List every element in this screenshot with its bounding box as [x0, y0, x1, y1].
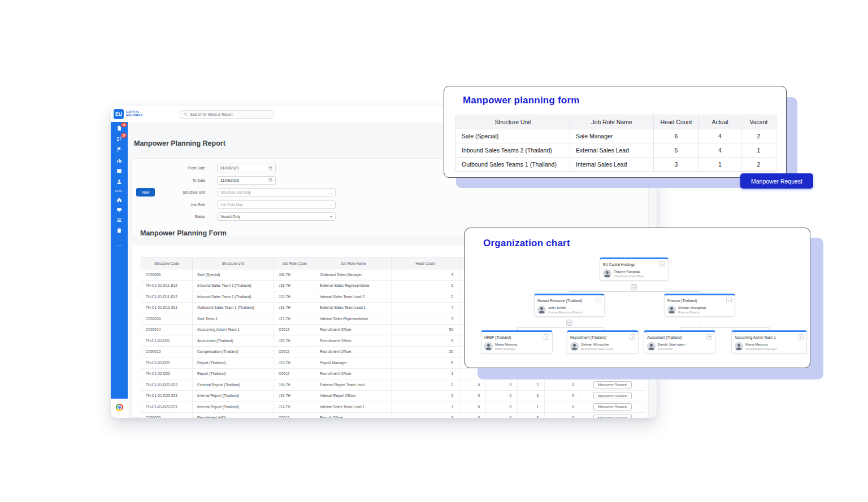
caret-down-icon: ▾ [330, 215, 332, 219]
sidebar-item-presentation[interactable] [111, 205, 128, 215]
sidebar-item-home[interactable] [111, 195, 128, 205]
sidebar-more-button[interactable]: ... [116, 235, 122, 252]
avatar [570, 342, 579, 351]
org-node-unit: Human Resource (Thailand) [537, 299, 582, 303]
sidebar-section-label: All M... [115, 187, 123, 195]
cell-job-role-code: J16-TH [274, 379, 315, 391]
cell-job-role-name: External Sales Representative [315, 280, 392, 291]
card-column-header: Head Count [654, 115, 699, 129]
cell-head-count: 2 [392, 291, 459, 303]
org-node-acc[interactable]: Accountant (Thailand)Bandit Jitjai-ngamA… [644, 330, 715, 353]
sidebar-item-people-arrows[interactable]: 27 [111, 133, 128, 144]
card-column-header: Structure Unit [456, 115, 570, 129]
cell-structure-unit: Outbound Sales Team 1 (Thailand) [193, 302, 274, 313]
planning-form-card-title: Manpower planning form [463, 95, 580, 106]
global-search[interactable] [180, 110, 274, 119]
avatar [603, 269, 611, 278]
ellipsis-icon[interactable]: ... [328, 190, 332, 194]
dot-icon[interactable] [630, 334, 635, 340]
sidebar-item-file[interactable]: 16 [111, 123, 128, 133]
cell-head-count: 20 [392, 346, 459, 357]
org-node-header: Human Resource (Thailand) [537, 298, 601, 303]
cell-head-count: 5 [392, 390, 459, 401]
date-field-to[interactable]: 31/08/2023 [217, 176, 276, 185]
field-label: Status [132, 215, 205, 219]
notification-badge: 27 [121, 133, 127, 138]
org-node-role: Finance Director [678, 311, 706, 314]
dot-icon[interactable] [798, 334, 804, 340]
cell-extra: 0 [486, 390, 518, 401]
book-icon [116, 166, 122, 176]
chrome-icon[interactable] [116, 404, 123, 411]
status-select[interactable]: Vacant Only▾ [217, 212, 336, 221]
dot-icon[interactable] [726, 298, 732, 303]
cell-head-count: 50 [392, 324, 459, 335]
org-node-fin[interactable]: Finance (Thailand)Siriwan WongchaiFinanc… [664, 294, 735, 317]
sidebar-item-book[interactable] [111, 165, 128, 176]
org-node-hr[interactable]: Human Resource (Thailand)John SmithHuman… [534, 294, 605, 317]
column-header: Head Count [392, 258, 459, 269]
cell-structure-code: C000005 [141, 269, 193, 281]
view-button[interactable]: View [136, 188, 155, 197]
org-collapse-button[interactable]: − [566, 320, 572, 326]
sidebar-item-list[interactable] [111, 215, 128, 225]
row-manpower-request-button[interactable]: Manpower Request [593, 414, 632, 418]
org-node-person: Bandit Jitjai-ngamAccountant [658, 342, 685, 351]
cell-structure-code: TH-C1-02-D21 [141, 335, 193, 347]
row-manpower-request-button[interactable]: Manpower Request [593, 381, 632, 388]
search-input[interactable] [190, 112, 270, 116]
row-manpower-request-button[interactable]: Manpower Request [593, 392, 632, 399]
calendar-icon[interactable] [268, 166, 272, 171]
sidebar-item-clipboard[interactable] [111, 225, 128, 235]
date-field-from[interactable]: 01/08/2023 [217, 164, 276, 172]
org-node-unit: Accountant (Thailand) [647, 335, 682, 339]
org-node-body: Bandit Jitjai-ngamAccountant [647, 342, 712, 351]
cell-structure-unit: Inbound Sales Team 2 (Thailand) [193, 291, 274, 303]
planning-form-card: Manpower planning form Structure UnitJob… [444, 86, 787, 178]
org-node-unit: Recruitment (Thailand) [570, 335, 606, 339]
cell-job-role-name: Recruitment Officer [315, 346, 392, 357]
cell-head-count: 3 [392, 269, 459, 281]
cell-extra: 0 [459, 401, 486, 413]
cell-head-count: 3 [392, 313, 459, 325]
cell-job-role-name: Recruitment Officer [315, 324, 392, 335]
dot-icon[interactable] [659, 261, 665, 267]
card-cell-job-role-name: External Sales Lead [570, 143, 654, 158]
org-node-admin[interactable]: Accounting Admin Team 1Mana MasongAdmini… [731, 330, 807, 353]
card-cell-head-count: 5 [654, 143, 699, 158]
cell-extra: 0 [486, 412, 518, 418]
ellipsis-icon[interactable]: ... [328, 203, 332, 207]
cell-structure-code: TH-C1-02-D22 [141, 357, 193, 369]
org-node-header: Recruitment (Thailand) [570, 334, 635, 340]
sidebar-item-flag[interactable] [111, 144, 128, 155]
job-role-lookup-field[interactable]: Job Role Map... [217, 200, 336, 209]
org-node-name: John Smith [548, 305, 583, 309]
org-node-role: Human Resource Director [548, 311, 583, 314]
card-cell-job-role-name: Sale Manager [570, 129, 654, 143]
dot-icon[interactable] [596, 298, 601, 303]
card-cell-head-count: 3 [654, 158, 699, 172]
row-manpower-request-button[interactable]: Manpower Request [593, 403, 632, 411]
cell-job-role-code: J12-TH [274, 291, 315, 303]
org-connector-line [570, 291, 700, 292]
calendar-icon[interactable] [268, 178, 272, 182]
sidebar-item-bar-chart[interactable] [111, 155, 128, 165]
cell-job-role-name: Internal Sales Team Lead 2 [315, 291, 392, 303]
cell-structure-unit: Sale (Special) [193, 269, 274, 281]
org-node-rec[interactable]: Recruitment (Thailand)Siriwan WongchaiRe… [567, 330, 639, 353]
org-connector-line [700, 323, 700, 328]
cell-extra: 5 [518, 390, 545, 401]
org-node-root[interactable]: EU Capital HoldingsThavee RungsapChief E… [600, 257, 669, 281]
sidebar-item-user-clock[interactable] [111, 176, 128, 187]
menu-icon[interactable] [706, 334, 712, 340]
cell-job-role-code: J18-TH [274, 280, 315, 291]
org-node-hrbp[interactable]: HRBP (Thailand)Mana MasongHRBP Manager [481, 330, 553, 353]
org-connector-line [680, 328, 770, 328]
card-table-header-row: Structure UnitJob Role NameHead CountAct… [456, 115, 776, 129]
manpower-request-button[interactable]: Manpower Request [740, 173, 813, 189]
cell-head-count: 8 [392, 357, 459, 369]
org-node-name: Thavee Rungsap [614, 269, 644, 273]
org-collapse-button[interactable]: − [631, 284, 637, 290]
structure-unit-lookup-field[interactable]: Structure Unit Map... [217, 188, 336, 197]
dot-icon[interactable] [544, 334, 549, 340]
